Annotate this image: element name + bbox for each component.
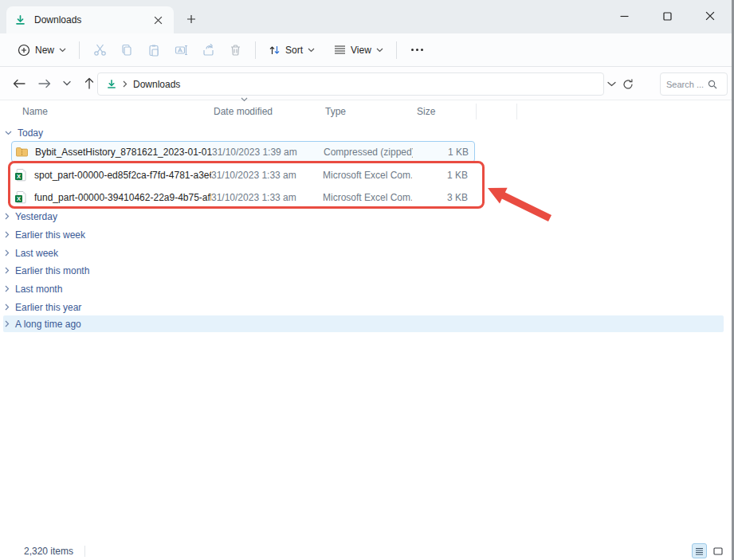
chevron-down-icon (59, 48, 66, 53)
group-label: Today (18, 127, 43, 139)
back-button[interactable] (8, 72, 30, 95)
copy-button[interactable] (113, 39, 140, 61)
download-icon (106, 79, 117, 90)
column-separator[interactable] (516, 104, 517, 119)
close-window-button[interactable] (700, 6, 720, 26)
circle-plus-icon (18, 44, 30, 57)
new-button-label: New (35, 45, 54, 56)
minimize-button[interactable] (614, 6, 634, 26)
sort-button[interactable]: Sort (262, 40, 321, 61)
cut-button[interactable] (86, 39, 113, 61)
chevron-right-icon (5, 231, 10, 238)
new-tab-button[interactable] (182, 10, 201, 29)
rename-button[interactable] (167, 39, 194, 61)
chevron-down-icon (376, 48, 383, 53)
column-header-row: Name Date modified Type Size (0, 102, 732, 123)
column-separator[interactable] (476, 104, 477, 119)
search-box[interactable] (660, 72, 728, 96)
chevron-right-icon (5, 285, 10, 292)
chevron-right-icon (5, 303, 10, 311)
group-header-yesterday[interactable]: Yesterday (5, 208, 57, 225)
column-size[interactable]: Size (417, 106, 435, 117)
group-header-earlier-this-year[interactable]: Earlier this year (5, 299, 81, 315)
group-header-earlier-this-month[interactable]: Earlier this month (5, 262, 89, 279)
more-options-button[interactable] (403, 49, 431, 51)
file-name[interactable]: Bybit_AssetHistory_8781621_2023-01-01_20… (35, 147, 212, 158)
breadcrumb-chevron-icon (123, 80, 128, 88)
tab-downloads[interactable]: Downloads (6, 6, 174, 33)
file-size: 1 KB (413, 147, 469, 158)
file-explorer-window: Downloads New (0, 0, 734, 560)
chevron-down-icon (5, 131, 12, 135)
chevron-down-icon (308, 48, 315, 53)
tab-title: Downloads (34, 14, 150, 25)
group-label: Yesterday (15, 211, 57, 222)
group-label: A long time ago (15, 319, 81, 330)
view-button-label: View (351, 45, 371, 56)
window-controls (614, 0, 720, 32)
search-input[interactable] (666, 80, 708, 89)
group-header-today[interactable]: Today (5, 124, 43, 141)
paste-button[interactable] (140, 39, 167, 61)
group-header-earlier-this-week[interactable]: Earlier this week (5, 226, 85, 243)
chevron-right-icon (5, 249, 10, 257)
titlebar: Downloads (0, 0, 732, 33)
sort-button-label: Sort (285, 45, 303, 56)
file-row-zip[interactable]: Bybit_AssetHistory_8781621_2023-01-01_20… (11, 141, 475, 163)
group-label: Last week (15, 248, 58, 259)
command-toolbar: New (0, 33, 732, 67)
group-label: Last month (15, 284, 62, 295)
address-dropdown-chevron[interactable] (607, 81, 616, 87)
large-thumbnails-view-button[interactable] (710, 543, 725, 558)
toolbar-separator (79, 41, 80, 59)
status-bar: 2,320 items (0, 542, 732, 560)
view-lines-icon (334, 45, 346, 55)
group-header-last-week[interactable]: Last week (5, 245, 58, 261)
group-label: Earlier this week (15, 229, 85, 241)
refresh-icon[interactable] (622, 79, 634, 90)
breadcrumb-location[interactable]: Downloads (133, 79, 180, 90)
download-icon (14, 14, 26, 26)
tab-close-icon[interactable] (150, 12, 166, 28)
maximize-button[interactable] (657, 6, 677, 26)
column-name[interactable]: Name (22, 106, 48, 117)
forward-button[interactable] (33, 72, 56, 95)
file-type: Compressed (zipped)... (324, 147, 413, 158)
status-separator (84, 546, 85, 557)
address-bar: Downloads (0, 67, 732, 100)
group-label: Earlier this year (15, 302, 81, 313)
group-header-last-month[interactable]: Last month (5, 280, 62, 297)
toolbar-separator (255, 41, 256, 59)
annotation-highlight-box (8, 161, 485, 209)
sort-arrows-icon (269, 45, 281, 56)
chevron-right-icon (5, 320, 10, 327)
column-date-modified[interactable]: Date modified (214, 106, 273, 117)
new-button[interactable]: New (11, 39, 73, 61)
column-type[interactable]: Type (325, 106, 346, 117)
sort-direction-chevron-icon (241, 97, 248, 102)
group-highlight (3, 315, 724, 332)
share-button[interactable] (194, 39, 222, 61)
view-button[interactable]: View (328, 40, 390, 61)
breadcrumb[interactable]: Downloads (97, 72, 604, 96)
delete-button[interactable] (222, 39, 249, 61)
annotation-arrow (480, 177, 555, 226)
file-date: 31/10/2023 1:39 am (212, 147, 324, 158)
recent-locations-chevron[interactable] (56, 72, 78, 95)
toolbar-separator (396, 41, 397, 59)
chevron-right-icon (5, 213, 10, 220)
group-label: Earlier this month (15, 265, 89, 276)
search-icon (708, 80, 717, 89)
group-header-a-long-time-ago[interactable]: A long time ago (5, 315, 81, 332)
zip-file-icon (15, 145, 29, 159)
items-count: 2,320 items (24, 546, 73, 557)
details-view-button[interactable] (692, 543, 707, 558)
chevron-right-icon (5, 267, 10, 274)
